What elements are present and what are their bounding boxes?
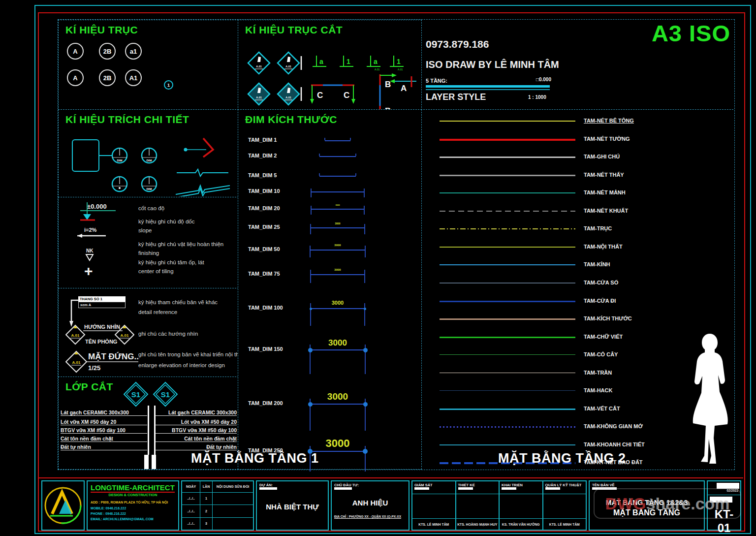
project-box: DỰ ÁN: NHÀ BIỆT THỰ	[256, 480, 329, 531]
dim-line	[311, 227, 365, 228]
dim-value: 3000	[315, 437, 360, 450]
layer-line-sample	[440, 228, 575, 229]
staff-table: GIÁM SÁTKTS. LÊ MINH TÂMTHIẾT KẾKTS. HOÀ…	[411, 480, 587, 531]
dim-extension	[319, 154, 320, 156]
section-title: KÍ HIỆU TRỤC CẮT	[245, 24, 343, 36]
svg-text:A: A	[401, 84, 407, 93]
note-text: slope	[138, 227, 152, 233]
layer-name: TAM-NÉT MẢNH	[584, 189, 626, 195]
dim-style-label: TAM_DIM 25	[248, 224, 280, 230]
label-swatch	[334, 487, 352, 490]
layer-name: TAM-GHI CHÚ	[584, 154, 620, 159]
layer-line-sample	[440, 247, 575, 248]
note-text: ký hiệu ghi chú độ dốc	[138, 219, 194, 224]
titleblock-separator-line	[38, 477, 743, 478]
svg-text:A.01: A.01	[285, 65, 291, 68]
client-label: CHỦ ĐẦU TƯ:	[334, 483, 406, 487]
axis-circle: a1	[125, 43, 142, 60]
phone-number: 0973.879.186	[426, 38, 489, 50]
revision-header-cell: NGÀY	[182, 481, 200, 492]
detail-callout-symbols: DIMDIMDIM	[59, 127, 238, 196]
svg-text:MẶT ĐỨNG....: MẶT ĐỨNG....	[88, 352, 139, 361]
author-line: ISO DRAW BY LÊ MINH TÂM	[426, 59, 559, 70]
dim-extension	[324, 138, 325, 140]
dim-line	[310, 250, 365, 251]
layer-name: TAM-CHỮ VIẾT	[584, 334, 623, 340]
section-cut-symbols: A.01A.01A.01A.01 a1aA.011A.01 C C B B	[238, 36, 421, 110]
dim-value: 3000	[315, 268, 360, 271]
svg-text:1: 1	[346, 58, 350, 65]
note-text: enlarge elevation of interior design	[138, 362, 225, 368]
dim-style-label: TAM_DIM 2	[248, 153, 277, 158]
annotation-symbols: ±0.000 i=2% NK +	[73, 201, 132, 285]
layer-line-sample	[440, 157, 575, 158]
layer-line-sample	[440, 264, 575, 265]
cut-layers-left: Lát gạch CERAMIC 300x300Lót vữa XM #50 d…	[61, 377, 147, 469]
cut-line	[148, 406, 149, 455]
dim-node	[310, 308, 312, 310]
floor-label-2: MẶT BẰNG TẦNG 2	[498, 451, 626, 466]
svg-text:DIM: DIM	[147, 188, 152, 190]
detail-callout-circle	[112, 177, 127, 191]
layer-line-sample	[440, 409, 575, 410]
revision-header-cell: LẦN	[200, 481, 213, 492]
dim-style-label: TAM_DIM 75	[248, 271, 280, 277]
dim-value: 3000	[315, 391, 360, 402]
dim-extension	[319, 173, 320, 176]
cut-layer-row: Đất tự nhiên	[61, 444, 147, 450]
staff-role: GIÁM SÁT	[414, 483, 453, 487]
layer-style-heading: LAYER STYLE	[426, 92, 486, 102]
svg-text:i=2%: i=2%	[84, 227, 97, 233]
layer-line-sample	[440, 390, 575, 391]
layer-name: TAM-VẾT CẮT	[584, 406, 620, 411]
scale-bar	[426, 85, 550, 88]
svg-text:A.01: A.01	[256, 65, 262, 68]
logo-box	[41, 480, 85, 531]
section-trich-chi-tiet: KÍ HIỆU TRÍCH CHI TIẾT DIMDIMDIM	[58, 109, 239, 198]
dim-line	[319, 176, 356, 177]
view-direction-symbol: A.01A.01 HƯỚNG NHÌN TÊN PHÒNG	[65, 321, 134, 348]
staff-column: KHAI TRIỂNKS. TRẦN VĂN HƯỞNG	[500, 481, 543, 530]
dim-extension	[310, 303, 311, 326]
layer-line-sample	[440, 121, 575, 122]
layer-name: TAM-KÍCH THƯỚC	[584, 315, 632, 321]
dim-style-label: TAM_DIM 200	[248, 400, 283, 406]
axis-circle: A	[67, 43, 84, 60]
note-text: ký hiệu tham chiếu bản vẽ khác	[138, 299, 218, 305]
layer-name: TAM-NÉT BÊ TÔNG	[584, 118, 634, 124]
staff-name: KS. TRẦN VĂN HƯỞNG	[500, 518, 542, 530]
label-swatch	[502, 487, 516, 490]
section-dim-styles: ĐIM KÍCH THƯỚC TAM_DIM 1TAM_DIM 2TAM_DIM…	[238, 109, 422, 470]
note-text: center of tiling	[138, 268, 174, 274]
dim-value: 3000	[315, 338, 360, 348]
grid-mark: a	[313, 56, 326, 66]
company-address: ADD : P609, ROMAN PLAZA TỐ HỮU, TP HÀ NỘ…	[91, 501, 175, 504]
svg-text:C: C	[317, 91, 323, 100]
cut-layer-row: Lát gạch CERAMIC 300x300	[155, 410, 237, 416]
layer-name: TAM-TRẦN	[584, 370, 612, 376]
cut-layer-row: Lót vữa XM #50 dày 20	[61, 419, 147, 425]
company-phone: PHONE : 0946.216.222	[91, 512, 175, 515]
svg-text:1/25: 1/25	[88, 364, 100, 372]
staff-column: GIÁM SÁTKTS. LÊ MINH TÂM	[412, 481, 456, 530]
dim-line	[311, 308, 365, 309]
note-text: cốt cao độ	[138, 205, 164, 211]
revision-cell: ../../..	[182, 518, 200, 530]
label-swatch	[545, 487, 560, 490]
company-mobile: MOBILE: 0946.216.222	[91, 506, 175, 510]
svg-text:A.01: A.01	[375, 68, 380, 71]
label-swatch	[458, 487, 473, 490]
layer-line-sample	[440, 139, 575, 141]
dim-line	[311, 191, 364, 192]
dim-value: 3000	[315, 300, 360, 306]
dim-style-label: TAM_DIM 10	[248, 188, 280, 194]
note-text: ghi chú tên trong bản vẽ khai triển nội …	[138, 351, 244, 357]
svg-text:TÊN PHÒNG: TÊN PHÒNG	[85, 339, 117, 345]
axis-circle: A1	[125, 69, 142, 86]
svg-text:HƯỚNG NHÌN: HƯỚNG NHÌN	[84, 324, 120, 330]
dim-node	[363, 402, 368, 407]
section-diamond: A.01	[278, 83, 301, 105]
staff-role: THIẾT KẾ	[458, 483, 497, 487]
client-address: ĐỊA CHỈ : PHƯỜNG XX - QUẬN XX (Q-PX-XX	[334, 515, 401, 519]
dim-line	[325, 140, 350, 141]
